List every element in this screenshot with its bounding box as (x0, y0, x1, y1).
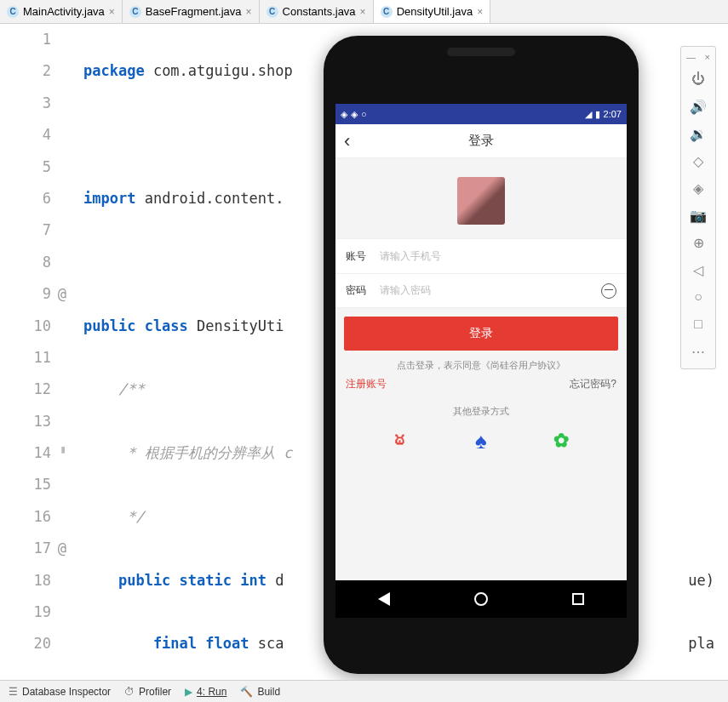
emulator-device: ◈ ◈ ○ ◢ ▮ 2:07 ‹ 登录 账号 请输入手机号 密码 请输入密 (324, 36, 639, 674)
consent-text: 点击登录，表示同意《尚硅谷用户协议》 (335, 351, 627, 377)
app-header: ‹ 登录 (335, 124, 627, 158)
page-title: 登录 (468, 133, 494, 149)
qq-icon[interactable]: ♠ (467, 426, 496, 455)
nav-home-icon[interactable] (474, 592, 488, 606)
overview-icon[interactable]: □ (681, 311, 715, 338)
emulator-screen[interactable]: ◈ ◈ ○ ◢ ▮ 2:07 ‹ 登录 账号 请输入手机号 密码 请输入密 (335, 104, 627, 618)
minimize-icon[interactable]: — (686, 52, 696, 62)
tab-label: BaseFragment.java (146, 5, 242, 18)
build-button[interactable]: 🔨 Build (240, 686, 280, 698)
tab-label: Constants.java (283, 5, 356, 18)
register-link[interactable]: 注册账号 (346, 377, 387, 391)
avatar-box (335, 158, 627, 238)
close-icon[interactable]: × (360, 6, 366, 18)
database-inspector-button[interactable]: ☰ Database Inspector (9, 686, 111, 698)
account-label: 账号 (346, 249, 380, 264)
signal-icon: ◢ (585, 109, 592, 120)
login-button[interactable]: 登录 (344, 317, 618, 351)
run-button[interactable]: ▶ 4: Run (185, 686, 226, 698)
password-row[interactable]: 密码 请输入密码 (335, 273, 627, 307)
phone-speaker (447, 48, 515, 56)
emulator-toolbar: — × ⏻ 🔊 🔉 ◇ ◈ 📷 ⊕ ◁ ○ □ ⋯ (680, 46, 716, 369)
notif-icon: ○ (361, 109, 367, 120)
forgot-link[interactable]: 忘记密码? (570, 377, 616, 391)
other-login-label: 其他登录方式 (335, 400, 627, 426)
auth-links: 注册账号 忘记密码? (335, 377, 627, 400)
close-icon[interactable]: × (705, 52, 710, 62)
gutter-override-icon: @ (58, 278, 66, 310)
editor-tabs: C MainActivity.java × C BaseFragment.jav… (0, 0, 728, 24)
power-icon[interactable]: ⏻ (681, 66, 715, 93)
tab-label: DensityUtil.java (397, 5, 473, 18)
nav-back-icon[interactable] (378, 592, 390, 606)
gutter-fold-icon[interactable]: ▮ (60, 437, 66, 462)
back-icon[interactable]: ◁ (681, 256, 715, 283)
nav-recents-icon[interactable] (572, 593, 584, 605)
notif-icon: ◈ (351, 109, 358, 120)
login-form: 账号 请输入手机号 密码 请输入密码 (335, 238, 627, 308)
battery-icon: ▮ (595, 109, 600, 120)
rotate-right-icon[interactable]: ◈ (681, 174, 715, 202)
rotate-left-icon[interactable]: ◇ (681, 147, 715, 174)
android-nav-bar (335, 580, 627, 618)
account-row[interactable]: 账号 请输入手机号 (335, 239, 627, 273)
close-icon[interactable]: × (109, 6, 115, 18)
avatar[interactable] (457, 177, 505, 225)
home-icon[interactable]: ○ (681, 283, 715, 311)
java-class-icon: C (381, 6, 393, 18)
line-gutter: 1 2 3 4 5 6 7 8 9@ 10 11 12 13 14▮ 15 16… (0, 24, 61, 679)
account-input[interactable]: 请输入手机号 (380, 249, 616, 264)
zoom-icon[interactable]: ⊕ (681, 229, 715, 256)
notif-icon: ◈ (341, 109, 347, 120)
weibo-icon[interactable]: ఠ (387, 426, 416, 455)
back-icon[interactable]: ‹ (344, 130, 350, 152)
tab-density-util[interactable]: C DensityUtil.java × (374, 0, 491, 23)
camera-icon[interactable]: 📷 (681, 202, 715, 229)
status-bar: ◈ ◈ ○ ◢ ▮ 2:07 (335, 104, 627, 124)
tab-base-fragment[interactable]: C BaseFragment.java × (123, 0, 260, 23)
profiler-button[interactable]: ⏱ Profiler (124, 686, 171, 698)
tab-constants[interactable]: C Constants.java × (260, 0, 374, 23)
password-label: 密码 (346, 283, 380, 298)
password-input[interactable]: 请输入密码 (380, 283, 601, 298)
close-icon[interactable]: × (246, 6, 252, 18)
java-class-icon: C (267, 6, 278, 18)
volume-down-icon[interactable]: 🔉 (681, 120, 715, 147)
wechat-icon[interactable]: ✿ (547, 426, 576, 455)
java-class-icon: C (129, 6, 141, 18)
toggle-password-icon[interactable] (601, 283, 616, 299)
close-icon[interactable]: × (477, 6, 483, 18)
ide-bottom-bar: ☰ Database Inspector ⏱ Profiler ▶ 4: Run… (0, 680, 728, 702)
more-icon[interactable]: ⋯ (681, 338, 715, 365)
database-icon: ☰ (9, 686, 18, 698)
profiler-icon: ⏱ (124, 686, 135, 698)
java-class-icon: C (7, 6, 19, 18)
volume-up-icon[interactable]: 🔊 (681, 93, 715, 120)
social-login: ఠ ♠ ✿ (335, 426, 627, 455)
clock: 2:07 (604, 109, 622, 119)
gutter-override-icon: @ (58, 533, 66, 564)
tab-main-activity[interactable]: C MainActivity.java × (0, 0, 123, 23)
run-icon: ▶ (185, 686, 192, 698)
tab-label: MainActivity.java (23, 5, 105, 18)
build-icon: 🔨 (240, 686, 253, 698)
